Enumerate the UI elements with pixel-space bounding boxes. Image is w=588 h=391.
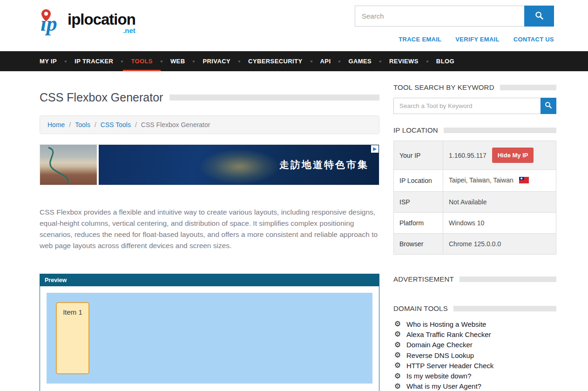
breadcrumb: Home / Tools / CSS Tools / CSS Flexbox G… <box>40 115 379 134</box>
gear-icon: ⚙ <box>393 362 402 369</box>
heading-decoration-bar <box>460 276 556 282</box>
site-header: ip iplocation .net TRACE EMAIL <box>0 0 588 51</box>
isp-value: Not Available <box>443 192 556 213</box>
domain-tool-hosting[interactable]: ⚙ Who is Hosting a Website <box>393 319 556 329</box>
nav-item-web[interactable]: WEB <box>162 51 193 71</box>
platform-value: Windows 10 <box>443 213 556 234</box>
nav-item-games[interactable]: GAMES <box>340 51 379 71</box>
breadcrumb-separator: / <box>69 121 71 128</box>
browser-value: Chrome 125.0.0.0 <box>443 234 556 255</box>
preview-flex-item: Item 1 <box>56 302 89 374</box>
nav-item-tools[interactable]: TOOLS <box>123 51 161 71</box>
logo-text: iplocation <box>68 12 135 27</box>
domain-tools-list: ⚙ Who is Hosting a Website ⚙ Alexa Traff… <box>393 319 556 391</box>
gear-icon: ⚙ <box>393 372 402 380</box>
gear-icon: ⚙ <box>393 341 402 349</box>
ip-location-heading: IP LOCATION <box>393 126 556 134</box>
logo-pin-icon: ip <box>40 8 67 37</box>
domain-tool-http-header[interactable]: ⚙ HTTP Server Header Check <box>393 360 556 371</box>
nav-item-api[interactable]: API <box>312 51 339 71</box>
preview-flex-container: Item 1 <box>47 293 372 384</box>
gear-icon: ⚙ <box>393 383 402 390</box>
breadcrumb-separator: / <box>135 121 137 128</box>
domain-tool-domain-age[interactable]: ⚙ Domain Age Checker <box>393 340 556 350</box>
tool-search <box>393 98 556 114</box>
tool-search-input[interactable] <box>393 98 541 114</box>
advertisement-slot <box>393 290 556 304</box>
header-links: TRACE EMAIL VERIFY EMAIL CONTACT US <box>399 36 554 43</box>
tool-search-heading: TOOL SEARCH BY KEYWORD <box>393 83 556 91</box>
site-search <box>355 6 554 27</box>
verify-email-link[interactable]: VERIFY EMAIL <box>455 36 499 43</box>
nav-item-reviews[interactable]: REVIEWS <box>381 51 426 71</box>
domain-tool-reverse-dns[interactable]: ⚙ Reverse DNS Lookup <box>393 350 556 360</box>
logo-tld: .net <box>68 27 135 34</box>
your-ip-value: 1.160.95.117 <box>449 152 487 159</box>
ad-banner[interactable]: 走訪地道特色市集 ▶ <box>40 144 379 185</box>
nav-item-cybersecurity[interactable]: CYBERSECURITY <box>240 51 310 71</box>
site-logo[interactable]: ip iplocation .net <box>40 8 135 37</box>
gear-icon: ⚙ <box>393 330 402 338</box>
adchoices-icon[interactable]: ▶ <box>371 145 378 153</box>
tool-description: CSS Flexbox provides a flexible and intu… <box>40 207 379 251</box>
table-row: ISP Not Available <box>394 192 556 213</box>
heading-decoration-bar <box>500 85 556 90</box>
domain-tool-user-agent[interactable]: ⚙ What is my User Agent? <box>393 381 556 391</box>
preview-body: Item 1 <box>40 286 379 391</box>
domain-tools-heading: DOMAIN TOOLS <box>393 304 556 312</box>
hide-my-ip-button[interactable]: Hide My IP <box>492 148 534 163</box>
nav-item-my-ip[interactable]: MY IP <box>40 51 65 71</box>
table-row: Platform Windows 10 <box>394 213 556 234</box>
content: CSS Flexbox Generator Home / Tools / CSS… <box>0 71 588 391</box>
search-icon <box>545 101 552 110</box>
ad-photo-left <box>40 145 97 185</box>
main-column: CSS Flexbox Generator Home / Tools / CSS… <box>40 83 379 391</box>
breadcrumb-home[interactable]: Home <box>47 121 65 128</box>
search-icon <box>535 11 544 21</box>
title-decoration-bar <box>169 94 379 101</box>
table-row: Your IP 1.160.95.117 Hide My IP <box>394 141 556 170</box>
heading-decoration-bar <box>444 128 556 133</box>
tool-search-button[interactable] <box>541 98 556 114</box>
trace-email-link[interactable]: TRACE EMAIL <box>399 36 441 43</box>
domain-tool-alexa-rank[interactable]: ⚙ Alexa Traffic Rank Checker <box>393 329 556 339</box>
header-right: TRACE EMAIL VERIFY EMAIL CONTACT US <box>355 6 554 43</box>
taiwan-flag-icon <box>519 177 529 185</box>
breadcrumb-separator: / <box>95 121 96 128</box>
nav-item-blog[interactable]: BLOG <box>428 51 462 71</box>
table-row: IP Location Taipei, Taiwan, Taiwan <box>394 170 556 192</box>
main-nav: MY IP IP TRACKER TOOLS WEB PRIVACY CYBER… <box>0 51 588 71</box>
page-title-row: CSS Flexbox Generator <box>40 91 379 104</box>
flexbox-preview: Preview Item 1 <box>40 274 379 391</box>
domain-tool-website-down[interactable]: ⚙ Is my website down? <box>393 371 556 381</box>
nav-item-ip-tracker[interactable]: IP TRACKER <box>67 51 121 71</box>
gear-icon: ⚙ <box>393 320 402 328</box>
ip-location-value: Taipei, Taiwan, Taiwan <box>449 176 514 184</box>
breadcrumb-tools[interactable]: Tools <box>75 121 90 128</box>
breadcrumb-css-tools[interactable]: CSS Tools <box>101 121 131 128</box>
ad-building-dome <box>200 149 279 184</box>
heading-decoration-bar <box>453 306 556 311</box>
ad-headline: 走訪地道特色市集 <box>279 158 369 171</box>
ip-location-table: Your IP 1.160.95.117 Hide My IP IP Locat… <box>393 141 556 255</box>
gear-icon: ⚙ <box>393 351 402 359</box>
site-search-input[interactable] <box>355 6 524 27</box>
breadcrumb-current: CSS Flexbox Generator <box>141 121 210 128</box>
advertisement-heading: ADVERTISEMENT <box>393 275 556 283</box>
sidebar: TOOL SEARCH BY KEYWORD IP LOCATION Your … <box>393 83 556 391</box>
table-row: Browser Chrome 125.0.0.0 <box>394 234 556 255</box>
nav-item-privacy[interactable]: PRIVACY <box>195 51 238 71</box>
page-title: CSS Flexbox Generator <box>40 91 163 104</box>
site-search-button[interactable] <box>524 6 554 27</box>
ad-image: 走訪地道特色市集 <box>99 145 379 185</box>
preview-header: Preview <box>40 274 379 286</box>
contact-us-link[interactable]: CONTACT US <box>514 36 554 43</box>
